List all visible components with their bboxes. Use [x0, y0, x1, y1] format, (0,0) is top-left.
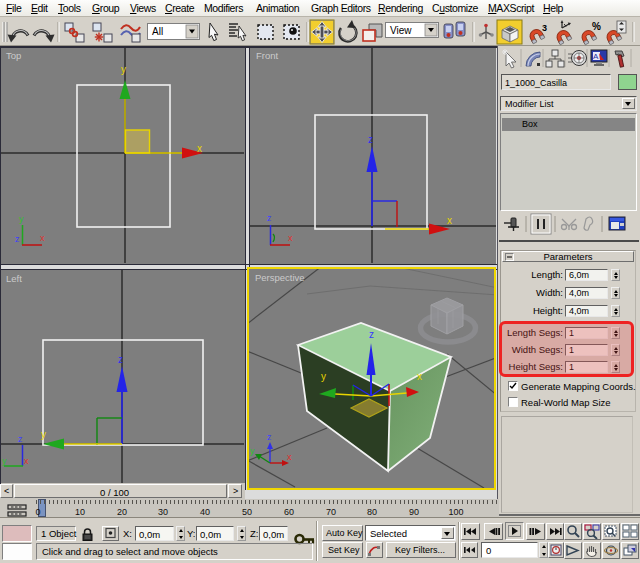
svg-text:z: z — [267, 432, 272, 442]
svg-text:All: All — [152, 26, 163, 37]
svg-text:3: 3 — [542, 23, 547, 33]
svg-text:x: x — [197, 143, 202, 154]
svg-text:View: View — [390, 25, 412, 36]
svg-text:y: y — [19, 214, 24, 224]
svg-text:y: y — [250, 446, 255, 456]
svg-text:x: x — [287, 452, 292, 462]
svg-text:z: z — [368, 134, 373, 145]
svg-text:y: y — [121, 64, 126, 75]
svg-text:x: x — [417, 371, 422, 382]
svg-text:x: x — [288, 233, 293, 243]
svg-text:z: z — [118, 354, 123, 365]
svg-text:x: x — [24, 456, 29, 466]
svg-text:z: z — [369, 329, 374, 340]
svg-text:x: x — [447, 215, 452, 226]
svg-text:z: z — [267, 213, 272, 223]
svg-text:%: % — [592, 21, 601, 32]
svg-text:z: z — [15, 234, 20, 244]
svg-text:x: x — [40, 233, 45, 243]
svg-text:z: z — [18, 434, 23, 444]
svg-text:y: y — [321, 371, 326, 382]
svg-text:y: y — [41, 429, 46, 440]
svg-text:y: y — [2, 456, 7, 466]
